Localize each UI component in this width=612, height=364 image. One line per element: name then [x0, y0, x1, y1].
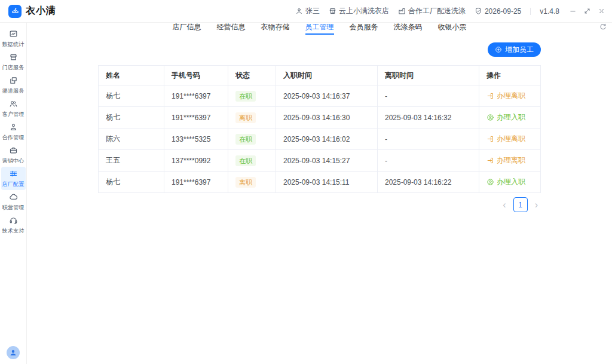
leave-time: -: [378, 129, 479, 150]
partner-mode[interactable]: 合作工厂配送洗涤: [398, 6, 466, 16]
tab-business-info[interactable]: 经营信息: [217, 23, 246, 35]
onboard-icon: [486, 178, 494, 186]
sidebar-item-shop-config[interactable]: 店厂配置: [1, 167, 26, 190]
operation-cell: 办理离职: [479, 129, 541, 150]
employee-status-cell: 离职: [228, 172, 276, 193]
employee-name: 杨七: [99, 172, 164, 193]
add-employee-button[interactable]: 增加员工: [488, 42, 541, 57]
leave-time: -: [378, 85, 479, 107]
store-service-icon: [9, 53, 18, 62]
app-window: 衣小满 张三 云上小满洗衣店 合作工厂配送洗涤 2026-09-25 v1.4.…: [0, 0, 612, 364]
refresh-icon[interactable]: [599, 23, 607, 31]
employee-name: 陈六: [99, 129, 164, 150]
resign-icon: [486, 135, 494, 143]
avatar[interactable]: [7, 346, 20, 359]
current-store[interactable]: 云上小满洗衣店: [329, 6, 389, 16]
partner-mgmt-icon: [9, 123, 18, 131]
table-row: 杨七 191****6397 离职 2025-09-03 14:16:30 20…: [99, 107, 541, 129]
employee-status-cell: 在职: [228, 150, 276, 172]
tab-member-service[interactable]: 会员服务: [350, 23, 378, 35]
table-row: 杨七 191****6397 在职 2025-09-03 14:16:37 - …: [99, 85, 541, 107]
sidebar-nav: 数据统计 门店服务 渠道服务 客户管理 合作管理 营销中心 店厂配置 联营管理 …: [0, 23, 27, 364]
top-bar: 衣小满 张三 云上小满洗衣店 合作工厂配送洗涤 2026-09-25 v1.4.…: [0, 0, 612, 23]
sidebar-item-partner-mgmt[interactable]: 合作管理: [1, 120, 26, 143]
employee-status-cell: 在职: [228, 85, 276, 107]
table-body: 杨七 191****6397 在职 2025-09-03 14:16:37 - …: [99, 85, 541, 193]
expiry-date: 2026-09-25: [485, 7, 521, 16]
sidebar-item-channel-service[interactable]: 渠道服务: [1, 74, 26, 97]
store-name: 云上小满洗衣店: [339, 6, 389, 16]
sidebar-item-tech-support[interactable]: 技术支持: [1, 213, 26, 237]
employee-name: 杨七: [99, 107, 164, 129]
customer-mgmt-icon: [9, 99, 18, 108]
current-user[interactable]: 张三: [295, 6, 320, 16]
partner-mode-label: 合作工厂配送洗涤: [408, 6, 466, 16]
employee-phone: 137****0992: [164, 150, 228, 172]
tab-receipt[interactable]: 收银小票: [438, 23, 467, 35]
resign-icon: [486, 92, 494, 100]
version-label: v1.4.8: [540, 7, 559, 16]
column-header: 离职时间: [378, 66, 479, 85]
close-icon[interactable]: [598, 8, 605, 14]
hire-time: 2025-09-03 14:15:27: [276, 150, 378, 172]
leave-time: -: [378, 150, 479, 172]
onboard-icon: [486, 114, 494, 121]
hire-time: 2025-09-03 14:16:37: [276, 85, 378, 107]
user-icon: [295, 7, 303, 15]
table-header-row: 姓名手机号码状态入职时间离职时间操作: [99, 66, 541, 85]
employee-name: 王五: [99, 150, 164, 172]
next-page-button[interactable]: ›: [535, 200, 538, 210]
tab-wash-barcode[interactable]: 洗涤条码: [394, 23, 423, 35]
app-logo: [8, 5, 22, 18]
employee-phone: 191****6397: [164, 107, 228, 129]
operation-cell: 办理入职: [479, 172, 541, 193]
partner-factory-icon: [398, 7, 406, 15]
tech-support-icon: [9, 216, 18, 225]
operation-link[interactable]: 办理离职: [486, 155, 525, 166]
avatar-person-icon: [9, 348, 17, 357]
column-header: 操作: [479, 66, 541, 85]
operation-link[interactable]: 办理离职: [486, 134, 525, 144]
sidebar-item-marketing-center[interactable]: 营销中心: [1, 143, 26, 167]
column-header: 手机号码: [164, 66, 228, 85]
employee-table: 姓名手机号码状态入职时间离职时间操作 杨七 191****6397 在职 202…: [98, 65, 540, 193]
table-row: 王五 137****0992 在职 2025-09-03 14:15:27 - …: [99, 150, 541, 172]
page-number-1[interactable]: 1: [513, 197, 528, 212]
column-header: 状态: [228, 66, 276, 85]
marketing-center-icon: [9, 146, 18, 155]
table-row: 陈六 133****5325 在职 2025-09-03 14:16:02 - …: [99, 129, 541, 150]
tab-employee-mgmt[interactable]: 员工管理: [305, 23, 334, 35]
minimize-icon[interactable]: [570, 8, 576, 14]
tab-store-info[interactable]: 店厂信息: [173, 23, 201, 35]
employee-phone: 133****5325: [164, 129, 228, 150]
leave-time: 2025-09-03 14:16:22: [378, 172, 479, 193]
hanger-icon: [11, 7, 20, 16]
hire-time: 2025-09-03 14:16:30: [276, 107, 378, 129]
channel-service-icon: [9, 76, 18, 85]
sidebar-item-stats[interactable]: 数据统计: [1, 27, 26, 50]
operation-link[interactable]: 办理入职: [486, 177, 525, 187]
maximize-icon[interactable]: [584, 8, 590, 14]
column-header: 入职时间: [276, 66, 378, 85]
union-mgmt-icon: [9, 192, 18, 201]
employee-phone: 191****6397: [164, 85, 228, 107]
shield-icon: [475, 7, 482, 15]
operation-link[interactable]: 办理离职: [486, 91, 525, 101]
prev-page-button[interactable]: ‹: [503, 200, 506, 210]
topbar-right: 张三 云上小满洗衣店 合作工厂配送洗涤 2026-09-25 v1.4.8: [295, 6, 605, 16]
status-badge: 在职: [235, 155, 256, 166]
operation-cell: 办理入职: [479, 107, 541, 129]
employee-status-cell: 离职: [228, 107, 276, 129]
sidebar-item-union-mgmt[interactable]: 联营管理: [1, 190, 26, 213]
license-expiry[interactable]: 2026-09-25: [475, 7, 521, 16]
status-badge: 在职: [235, 91, 256, 102]
pagination: ‹ 1 ›: [98, 197, 540, 212]
hire-time: 2025-09-03 14:15:11: [276, 172, 378, 193]
tab-clothes-storage[interactable]: 衣物存储: [261, 23, 290, 35]
user-name: 张三: [305, 6, 320, 16]
plus-circle-icon: [495, 46, 502, 53]
operation-link[interactable]: 办理入职: [486, 112, 525, 123]
store-icon: [329, 7, 336, 15]
sidebar-item-customer-mgmt[interactable]: 客户管理: [1, 97, 26, 120]
sidebar-item-store-service[interactable]: 门店服务: [1, 50, 26, 74]
